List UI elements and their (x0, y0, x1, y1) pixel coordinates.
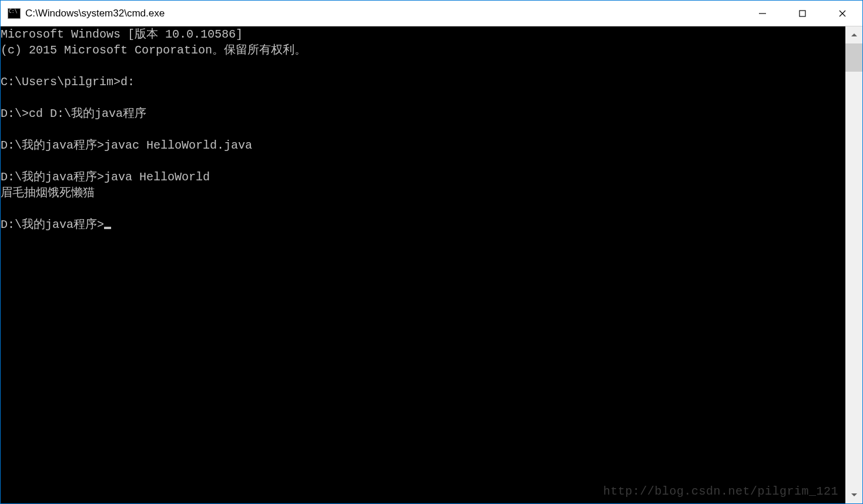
terminal-area: Microsoft Windows [版本 10.0.10586](c) 201… (1, 26, 862, 503)
terminal-line: D:\我的java程序> (1, 217, 845, 233)
terminal-line: D:\我的java程序>javac HelloWorld.java (1, 137, 845, 153)
cmd-icon (8, 8, 21, 19)
terminal-line: 眉毛抽烟饿死懒猫 (1, 185, 845, 201)
cursor (104, 227, 111, 229)
terminal-line: C:\Users\pilgrim>d: (1, 74, 845, 90)
vertical-scrollbar[interactable] (845, 26, 862, 503)
terminal-line: Microsoft Windows [版本 10.0.10586] (1, 26, 845, 42)
window-controls (742, 1, 862, 26)
maximize-icon (798, 9, 807, 18)
maximize-button[interactable] (782, 1, 822, 26)
cmd-window: C:\Windows\system32\cmd.exe Microsoft Wi… (0, 0, 863, 504)
svg-rect-1 (800, 11, 805, 16)
terminal-line: (c) 2015 Microsoft Corporation。保留所有权利。 (1, 42, 845, 58)
close-icon (838, 9, 847, 18)
terminal-line (1, 122, 845, 137)
window-title: C:\Windows\system32\cmd.exe (25, 8, 742, 19)
titlebar[interactable]: C:\Windows\system32\cmd.exe (1, 1, 862, 26)
scrollbar-thumb[interactable] (845, 43, 862, 72)
scrollbar-down-button[interactable] (845, 486, 862, 503)
close-button[interactable] (822, 1, 862, 26)
terminal-line (1, 58, 845, 74)
minimize-button[interactable] (742, 1, 782, 26)
terminal-output[interactable]: Microsoft Windows [版本 10.0.10586](c) 201… (1, 26, 845, 503)
terminal-line (1, 153, 845, 169)
terminal-line (1, 201, 845, 217)
minimize-icon (758, 9, 767, 18)
terminal-line: D:\>cd D:\我的java程序 (1, 106, 845, 122)
terminal-line (1, 90, 845, 106)
terminal-line: D:\我的java程序>java HelloWorld (1, 169, 845, 185)
scrollbar-up-button[interactable] (845, 26, 862, 43)
